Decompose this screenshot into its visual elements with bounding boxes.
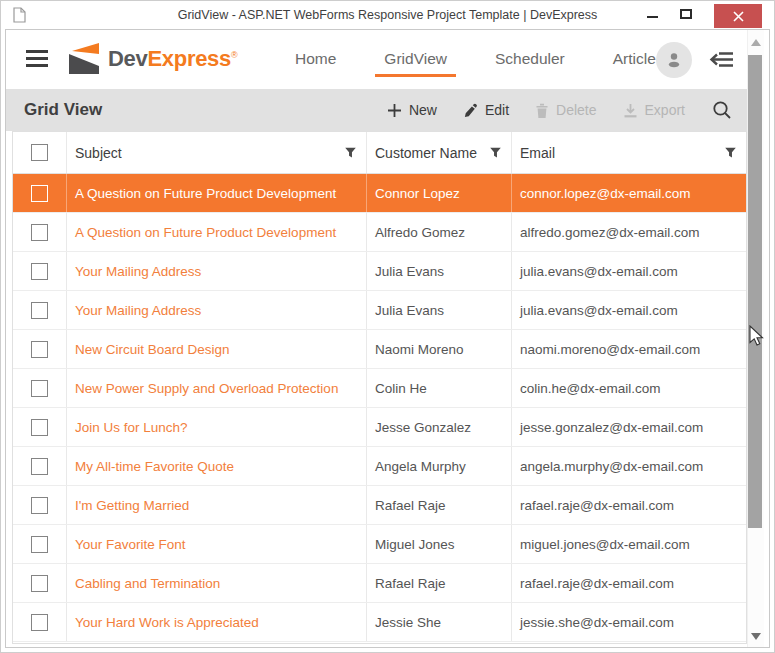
email-cell: connor.lopez@dx-email.com <box>512 174 746 212</box>
delete-button[interactable]: Delete <box>535 102 596 118</box>
page-title: Grid View <box>24 100 102 120</box>
tab-home[interactable]: Home <box>286 43 345 77</box>
table-row[interactable]: Your Hard Work is Appreciated Jessie She… <box>13 603 746 642</box>
subject-link[interactable]: My All-time Favorite Quote <box>67 447 367 485</box>
subject-link[interactable]: A Question on Future Product Development <box>67 213 367 251</box>
export-button[interactable]: Export <box>623 102 685 118</box>
filter-icon[interactable] <box>724 146 737 159</box>
row-checkbox[interactable] <box>31 380 48 397</box>
row-checkbox[interactable] <box>31 263 48 280</box>
row-checkbox[interactable] <box>31 185 48 202</box>
row-checkbox[interactable] <box>31 224 48 241</box>
table-row[interactable]: New Circuit Board Design Naomi Moreno na… <box>13 330 746 369</box>
app-window: GridView - ASP.NET WebForms Responsive P… <box>0 0 775 653</box>
scroll-up-icon[interactable] <box>751 39 761 46</box>
select-all-checkbox[interactable] <box>31 144 48 161</box>
row-checkbox[interactable] <box>31 575 48 592</box>
column-header-subject[interactable]: Subject <box>67 132 367 173</box>
collapse-menu-button[interactable] <box>707 49 735 70</box>
subject-link[interactable]: Your Mailing Address <box>67 252 367 290</box>
trash-icon <box>535 103 549 118</box>
vertical-scrollbar[interactable] <box>747 30 764 648</box>
menu-icon <box>26 50 48 53</box>
table-row[interactable]: Your Mailing Address Julia Evans julia.e… <box>13 291 746 330</box>
subject-link[interactable]: Cabling and Termination <box>67 564 367 602</box>
email-cell: julia.evans@dx-email.com <box>512 291 746 329</box>
new-button[interactable]: New <box>387 102 437 118</box>
navbar: DevExpress® Home GridView Scheduler Arti… <box>6 30 747 89</box>
filter-icon[interactable] <box>489 146 502 159</box>
search-icon <box>711 99 733 121</box>
table-row[interactable]: My All-time Favorite Quote Angela Murphy… <box>13 447 746 486</box>
nav-tabs: Home GridView Scheduler Article <box>286 43 665 77</box>
table-row[interactable]: Your Favorite Font Miguel Jones miguel.j… <box>13 525 746 564</box>
subject-link[interactable]: Your Hard Work is Appreciated <box>67 603 367 641</box>
filter-icon[interactable] <box>344 146 357 159</box>
close-icon <box>733 11 744 22</box>
table-row[interactable]: Join Us for Lunch? Jesse Gonzalez jesse.… <box>13 408 746 447</box>
subject-link[interactable]: A Question on Future Product Development <box>67 174 367 212</box>
grid-header-row: Subject Customer Name Email <box>13 132 746 174</box>
export-icon <box>623 103 638 118</box>
subject-link[interactable]: Your Mailing Address <box>67 291 367 329</box>
email-cell: angela.murphy@dx-email.com <box>512 447 746 485</box>
tab-scheduler[interactable]: Scheduler <box>486 43 574 77</box>
table-row[interactable]: Cabling and Termination Rafael Raje rafa… <box>13 564 746 603</box>
email-cell: colin.he@dx-email.com <box>512 369 746 407</box>
email-cell: miguel.jones@dx-email.com <box>512 525 746 563</box>
customer-name-cell: Naomi Moreno <box>367 330 512 368</box>
table-row[interactable]: A Question on Future Product Development… <box>13 213 746 252</box>
subject-link[interactable]: New Power Supply and Overload Protection <box>67 369 367 407</box>
customer-name-cell: Julia Evans <box>367 252 512 290</box>
scroll-down-icon[interactable] <box>751 633 761 640</box>
logout-icon <box>707 49 735 70</box>
search-button[interactable] <box>711 99 733 121</box>
toolbar-actions: New Edit Delete <box>387 99 747 121</box>
close-button[interactable] <box>714 4 762 28</box>
customer-name-cell: Julia Evans <box>367 291 512 329</box>
email-cell: rafael.raje@dx-email.com <box>512 564 746 602</box>
user-icon <box>664 50 684 70</box>
devexpress-logo[interactable]: DevExpress® <box>66 41 237 77</box>
table-row[interactable]: Your Mailing Address Julia Evans julia.e… <box>13 252 746 291</box>
email-cell: naomi.moreno@dx-email.com <box>512 330 746 368</box>
tab-gridview[interactable]: GridView <box>375 43 456 77</box>
subject-link[interactable]: Your Favorite Font <box>67 525 367 563</box>
user-avatar-button[interactable] <box>656 42 692 78</box>
customer-name-cell: Jesse Gonzalez <box>367 408 512 446</box>
edit-button[interactable]: Edit <box>463 102 509 118</box>
customer-name-cell: Alfredo Gomez <box>367 213 512 251</box>
plus-icon <box>387 103 402 118</box>
minimize-button[interactable] <box>636 1 670 27</box>
row-checkbox[interactable] <box>31 458 48 475</box>
table-row[interactable]: I'm Getting Married Rafael Raje rafael.r… <box>13 486 746 525</box>
grid-view-table: Subject Customer Name Email <box>12 131 747 644</box>
table-row[interactable]: A Question on Future Product Development… <box>13 174 746 213</box>
page-frame: DevExpress® Home GridView Scheduler Arti… <box>5 29 770 648</box>
menu-button[interactable] <box>26 50 48 67</box>
customer-name-cell: Colin He <box>367 369 512 407</box>
email-cell: jesse.gonzalez@dx-email.com <box>512 408 746 446</box>
row-checkbox[interactable] <box>31 419 48 436</box>
subject-link[interactable]: Join Us for Lunch? <box>67 408 367 446</box>
column-header-customer-name[interactable]: Customer Name <box>367 132 512 173</box>
row-checkbox[interactable] <box>31 341 48 358</box>
row-checkbox[interactable] <box>31 614 48 631</box>
pencil-icon <box>463 103 478 118</box>
row-checkbox[interactable] <box>31 302 48 319</box>
maximize-icon <box>680 9 692 19</box>
email-cell: rafael.raje@dx-email.com <box>512 486 746 524</box>
row-checkbox[interactable] <box>31 497 48 514</box>
scrollbar-thumb[interactable] <box>748 55 762 528</box>
subject-link[interactable]: I'm Getting Married <box>67 486 367 524</box>
grid-toolbar: Grid View New Edit <box>6 89 747 131</box>
subject-link[interactable]: New Circuit Board Design <box>67 330 367 368</box>
maximize-button[interactable] <box>670 1 704 27</box>
customer-name-cell: Angela Murphy <box>367 447 512 485</box>
devexpress-logo-icon <box>66 41 102 77</box>
customer-name-cell: Rafael Raje <box>367 564 512 602</box>
table-row[interactable]: New Power Supply and Overload Protection… <box>13 369 746 408</box>
row-checkbox[interactable] <box>31 536 48 553</box>
customer-name-cell: Jessie She <box>367 603 512 641</box>
column-header-email[interactable]: Email <box>512 132 746 173</box>
